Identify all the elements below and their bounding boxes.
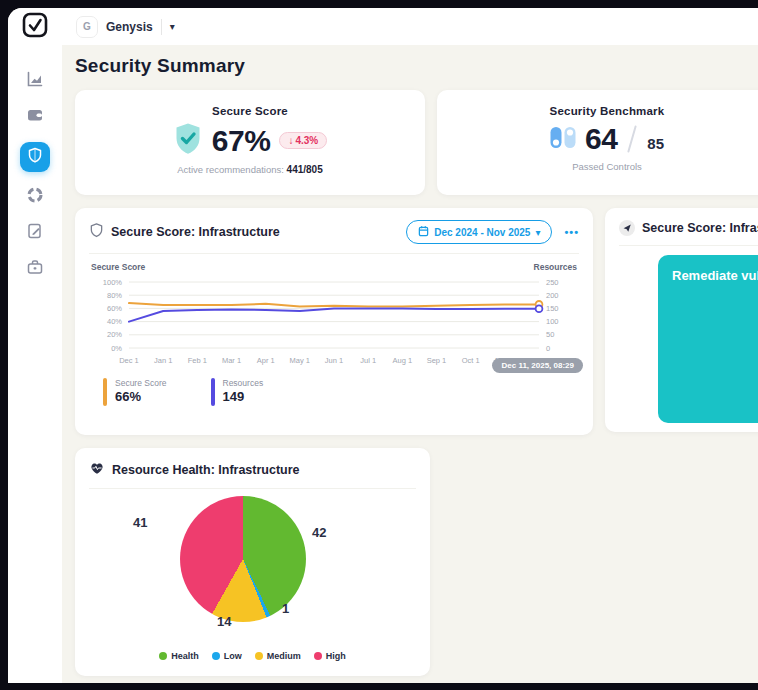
app-logo[interactable] bbox=[8, 12, 62, 42]
legend-value: 149 bbox=[223, 389, 264, 404]
svg-text:40%: 40% bbox=[107, 317, 122, 326]
org-switcher[interactable]: G Genysis ▾ bbox=[76, 16, 175, 38]
resource-health-title: Resource Health: Infrastructure bbox=[112, 463, 300, 477]
delta-badge: ↓ 4.3% bbox=[279, 132, 327, 149]
remediate-action[interactable]: Remediate vulnerabilities bbox=[658, 255, 758, 423]
axis-titles: Secure Score Resources bbox=[75, 254, 593, 272]
wallet-icon bbox=[26, 106, 44, 128]
segmented-ring-icon bbox=[26, 186, 44, 208]
svg-text:50: 50 bbox=[546, 330, 554, 339]
briefcase-icon bbox=[26, 258, 44, 280]
sidebar-item-analytics[interactable] bbox=[20, 70, 50, 92]
pie-value-health: 42 bbox=[312, 525, 326, 540]
svg-text:200: 200 bbox=[546, 291, 559, 300]
svg-text:0%: 0% bbox=[111, 344, 122, 353]
svg-text:Dec 1: Dec 1 bbox=[119, 356, 139, 365]
line-chart-area: 0%020%5040%10060%15080%200100%250Dec 1Ja… bbox=[75, 272, 593, 374]
legend-swatch-indigo bbox=[211, 378, 215, 406]
pie-legend: Health Low Medium High bbox=[75, 651, 430, 661]
sidebar-item-sync[interactable] bbox=[20, 186, 50, 208]
svg-text:100: 100 bbox=[546, 317, 559, 326]
svg-text:Mar 1: Mar 1 bbox=[222, 356, 241, 365]
recommendations-line: Active recommendations: 441/805 bbox=[177, 164, 322, 175]
svg-text:Jul 1: Jul 1 bbox=[360, 356, 376, 365]
send-icon bbox=[619, 220, 635, 236]
main-content: Security Summary Secure Score 67% ↓ 4.3%… bbox=[62, 45, 758, 683]
svg-text:Jun 1: Jun 1 bbox=[325, 356, 343, 365]
pie-legend-item-health[interactable]: Health bbox=[159, 651, 199, 661]
date-range-picker[interactable]: Dec 2024 - Nov 2025 ▾ bbox=[406, 220, 552, 244]
infra-chart-header: Secure Score: Infrastructure Dec 2024 - … bbox=[75, 208, 593, 253]
sidebar-item-reports[interactable] bbox=[20, 222, 50, 244]
pie-legend-item-high[interactable]: High bbox=[314, 651, 346, 661]
svg-text:80%: 80% bbox=[107, 291, 122, 300]
svg-text:20%: 20% bbox=[107, 330, 122, 339]
legend-label: Secure Score bbox=[115, 378, 167, 388]
svg-text:0: 0 bbox=[546, 344, 550, 353]
sidebar-item-wallet[interactable] bbox=[20, 106, 50, 128]
chart-tooltip: Dec 11, 2025, 08:29 bbox=[492, 358, 583, 373]
pie-value-high: 41 bbox=[133, 515, 147, 530]
calendar-icon bbox=[418, 225, 429, 239]
secure-score-value: 67% bbox=[212, 124, 271, 158]
screen: G Genysis ▾ bbox=[0, 0, 758, 690]
benchmark-title: Security Benchmark bbox=[550, 105, 665, 117]
legend-dot-pink bbox=[314, 652, 322, 660]
pie-value-medium: 14 bbox=[217, 614, 231, 629]
legend-dot-green bbox=[159, 652, 167, 660]
topbar: G Genysis ▾ bbox=[8, 8, 758, 45]
svg-text:Aug 1: Aug 1 bbox=[392, 356, 412, 365]
svg-text:60%: 60% bbox=[107, 304, 122, 313]
sidebar bbox=[8, 45, 62, 683]
svg-text:Feb 1: Feb 1 bbox=[188, 356, 207, 365]
pie-value-low: 1 bbox=[282, 601, 289, 616]
pie-legend-item-low[interactable]: Low bbox=[212, 651, 242, 661]
resource-health-card: Resource Health: Infrastructure 41 42 1 … bbox=[75, 448, 430, 676]
shield-check-icon bbox=[173, 122, 203, 159]
page-title: Security Summary bbox=[75, 55, 245, 77]
edit-document-icon bbox=[26, 222, 44, 244]
svg-text:Jan 1: Jan 1 bbox=[154, 356, 172, 365]
more-menu-button[interactable]: ••• bbox=[564, 226, 579, 238]
infra-right-card: Secure Score: Infrastructure Remediate v… bbox=[605, 208, 758, 432]
left-axis-title: Secure Score bbox=[91, 262, 145, 272]
org-name: Genysis bbox=[106, 20, 153, 34]
chevron-down-icon: ▾ bbox=[170, 21, 175, 32]
legend-item-resources: Resources 149 bbox=[211, 378, 264, 406]
sidebar-item-security[interactable] bbox=[20, 142, 50, 172]
pie-legend-label: Low bbox=[224, 651, 242, 661]
checkbox-logo-icon bbox=[22, 12, 48, 42]
svg-text:150: 150 bbox=[546, 304, 559, 313]
infra-chart-title: Secure Score: Infrastructure bbox=[111, 225, 280, 239]
security-benchmark-card: Security Benchmark 64 85 Passed Controls bbox=[437, 90, 758, 195]
date-range-value: Dec 2024 - Nov 2025 bbox=[434, 227, 530, 238]
benchmark-total-value: 85 bbox=[647, 135, 664, 152]
pie-legend-label: Health bbox=[171, 651, 199, 661]
slash-divider bbox=[628, 125, 638, 152]
pie-legend-label: Medium bbox=[267, 651, 301, 661]
svg-text:100%: 100% bbox=[103, 278, 123, 287]
legend-swatch-orange bbox=[103, 378, 107, 406]
pie-legend-item-medium[interactable]: Medium bbox=[255, 651, 301, 661]
line-chart: 0%020%5040%10060%15080%200100%250Dec 1Ja… bbox=[87, 272, 581, 370]
arrow-down-icon: ↓ bbox=[288, 135, 293, 146]
chevron-down-icon: ▾ bbox=[535, 227, 540, 238]
delta-value: 4.3% bbox=[295, 135, 318, 146]
heart-pulse-icon bbox=[89, 460, 105, 479]
org-avatar: G bbox=[76, 16, 98, 38]
svg-text:Oct 1: Oct 1 bbox=[462, 356, 480, 365]
legend-item-secure-score: Secure Score 66% bbox=[103, 378, 167, 406]
pie-legend-label: High bbox=[326, 651, 346, 661]
legend-dot-yellow bbox=[255, 652, 263, 660]
app-window: G Genysis ▾ bbox=[8, 8, 758, 683]
benchmark-subtitle: Passed Controls bbox=[572, 161, 642, 172]
legend-label: Resources bbox=[223, 378, 264, 388]
pie-chart-area: 41 42 1 14 bbox=[75, 489, 430, 639]
sidebar-item-workspace[interactable] bbox=[20, 258, 50, 280]
toggles-icon bbox=[550, 125, 576, 154]
infra-chart-card: Secure Score: Infrastructure Dec 2024 - … bbox=[75, 208, 593, 435]
divider bbox=[619, 245, 758, 246]
secure-score-row: 67% ↓ 4.3% bbox=[173, 122, 327, 159]
benchmark-row: 64 85 bbox=[550, 122, 664, 156]
infra-right-header: Secure Score: Infrastructure bbox=[605, 208, 758, 245]
